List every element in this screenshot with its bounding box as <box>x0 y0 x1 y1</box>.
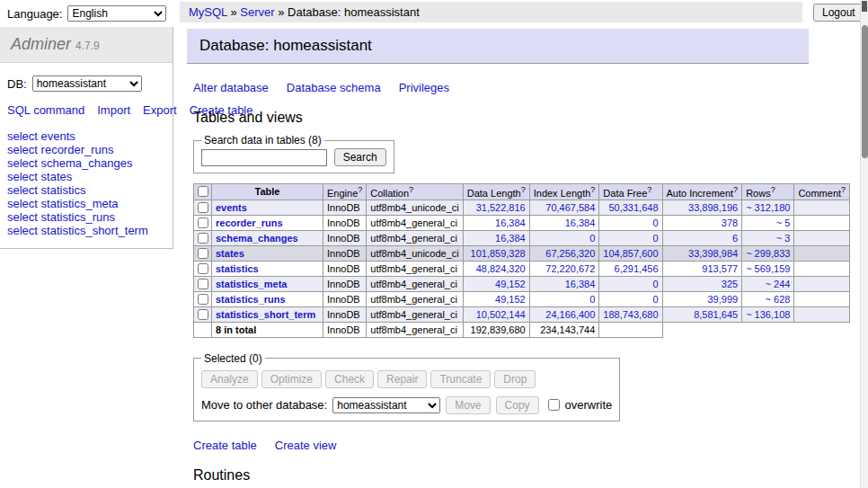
table-link[interactable]: statistics_meta <box>216 279 288 289</box>
table-link[interactable]: statistics_short_term <box>216 309 315 320</box>
table-link[interactable]: statistics_runs <box>216 294 286 305</box>
column-header-comment[interactable]: Comment? <box>794 184 850 200</box>
rows-link[interactable]: ~ 136,108 <box>746 309 790 320</box>
help-icon[interactable]: ? <box>409 185 413 194</box>
data-free-link[interactable]: 0 <box>652 294 658 305</box>
search-button[interactable]: Search <box>334 148 386 166</box>
sidebar-table-link[interactable]: select statistics_runs <box>7 210 165 224</box>
auto-increment-link[interactable]: 913,577 <box>702 263 738 274</box>
help-icon[interactable]: ? <box>358 185 362 194</box>
data-free-link[interactable]: 0 <box>652 279 658 289</box>
row-checkbox[interactable] <box>198 202 208 213</box>
data-length-link[interactable]: 16,384 <box>495 217 526 228</box>
row-checkbox[interactable] <box>198 263 208 274</box>
move-button[interactable]: Move <box>446 396 490 414</box>
bulk-truncate-button[interactable]: Truncate <box>430 370 491 388</box>
row-checkbox[interactable] <box>198 248 208 259</box>
column-header-rows[interactable]: Rows? <box>742 184 794 200</box>
logout-button[interactable]: Logout <box>813 4 864 22</box>
sidebar-table-link[interactable]: select schema_changes <box>7 156 165 170</box>
rows-link[interactable]: ~ 244 <box>766 279 791 289</box>
overwrite-checkbox[interactable] <box>548 399 560 411</box>
data-length-link[interactable]: 31,522,816 <box>476 202 526 213</box>
copy-button[interactable]: Copy <box>496 396 539 414</box>
sidebar-action-link[interactable]: SQL command <box>7 103 84 117</box>
index-length-link[interactable]: 16,384 <box>565 279 596 289</box>
help-icon[interactable]: ? <box>590 185 595 194</box>
db-nav-link[interactable]: Alter database <box>193 81 269 94</box>
data-length-link[interactable]: 10,502,144 <box>476 309 526 320</box>
breadcrumb-link[interactable]: Server <box>240 5 274 19</box>
column-header-table[interactable]: Table <box>212 184 323 200</box>
rows-link[interactable]: ~ 5 <box>776 217 791 228</box>
column-header-data-free[interactable]: Data Free? <box>599 184 662 200</box>
select-all-checkbox[interactable] <box>198 186 208 197</box>
index-length-link[interactable]: 0 <box>589 294 595 305</box>
sidebar-table-link[interactable]: select events <box>7 129 165 143</box>
sidebar-table-link[interactable]: select states <box>7 170 165 183</box>
row-checkbox[interactable] <box>198 309 208 320</box>
db-select[interactable]: homeassistant <box>32 75 142 92</box>
create-link[interactable]: Create table <box>193 439 257 452</box>
data-free-link[interactable]: 50,331,648 <box>608 202 658 213</box>
auto-increment-link[interactable]: 6 <box>732 233 738 244</box>
table-link[interactable]: events <box>216 202 247 213</box>
db-nav-link[interactable]: Database schema <box>287 81 381 94</box>
data-free-link[interactable]: 0 <box>652 217 658 228</box>
auto-increment-link[interactable]: 325 <box>722 279 738 289</box>
table-link[interactable]: states <box>216 248 244 259</box>
index-length-link[interactable]: 0 <box>589 233 595 244</box>
data-length-link[interactable]: 48,824,320 <box>476 263 526 274</box>
sidebar-table-link[interactable]: select statistics_short_term <box>7 224 165 237</box>
sidebar-table-link[interactable]: select recorder_runs <box>7 143 165 156</box>
data-free-link[interactable]: 0 <box>652 233 658 244</box>
index-length-link[interactable]: 16,384 <box>565 217 596 228</box>
rows-link[interactable]: ~ 628 <box>766 294 791 305</box>
rows-link[interactable]: ~ 569,159 <box>746 263 790 274</box>
auto-increment-link[interactable]: 33,898,196 <box>688 202 738 213</box>
create-link[interactable]: Create view <box>275 439 337 452</box>
row-checkbox[interactable] <box>198 279 208 289</box>
scrollbar[interactable] <box>860 0 868 488</box>
scroll-up-button[interactable] <box>862 1 867 12</box>
bulk-check-button[interactable]: Check <box>325 370 374 388</box>
column-header-collation[interactable]: Collation? <box>367 184 463 200</box>
help-icon[interactable]: ? <box>521 185 526 194</box>
data-length-link[interactable]: 49,152 <box>495 294 526 305</box>
sidebar-table-link[interactable]: select statistics <box>7 183 165 197</box>
help-icon[interactable]: ? <box>647 185 651 194</box>
auto-increment-link[interactable]: 378 <box>722 217 738 228</box>
rows-link[interactable]: ~ 299,833 <box>746 248 790 259</box>
breadcrumb-link[interactable]: MySQL <box>189 5 227 19</box>
index-length-link[interactable]: 67,256,320 <box>545 248 595 259</box>
table-link[interactable]: schema_changes <box>216 233 298 244</box>
auto-increment-link[interactable]: 39,999 <box>707 294 738 305</box>
help-icon[interactable]: ? <box>841 185 846 194</box>
language-select[interactable]: English <box>67 5 166 22</box>
data-free-link[interactable]: 104,857,600 <box>603 248 658 259</box>
overwrite-label-wrap[interactable]: overwrite <box>545 396 613 413</box>
data-free-link[interactable]: 188,743,680 <box>603 309 658 320</box>
column-header-index-length[interactable]: Index Length? <box>529 184 599 200</box>
help-icon[interactable]: ? <box>733 185 738 194</box>
data-length-link[interactable]: 49,152 <box>495 279 526 289</box>
index-length-link[interactable]: 72,220,672 <box>545 263 595 274</box>
bulk-analyze-button[interactable]: Analyze <box>201 370 258 388</box>
auto-increment-link[interactable]: 8,581,645 <box>694 309 738 320</box>
scrollbar-thumb[interactable] <box>862 25 868 158</box>
table-link[interactable]: statistics <box>216 263 259 274</box>
column-header-data-length[interactable]: Data Length? <box>463 184 529 200</box>
table-link[interactable]: recorder_runs <box>216 217 283 228</box>
bulk-drop-button[interactable]: Drop <box>494 370 536 388</box>
help-icon[interactable]: ? <box>771 185 775 194</box>
move-db-select[interactable]: homeassistant <box>332 397 440 413</box>
rows-link[interactable]: ~ 312,180 <box>746 202 790 213</box>
app-name[interactable]: Adminer <box>11 35 71 53</box>
column-header-auto-increment[interactable]: Auto Increment? <box>662 184 742 200</box>
db-nav-link[interactable]: Privileges <box>399 81 449 94</box>
data-length-link[interactable]: 101,859,328 <box>471 248 526 259</box>
sidebar-table-link[interactable]: select statistics_meta <box>7 197 165 210</box>
row-checkbox[interactable] <box>198 294 208 305</box>
sidebar-action-link[interactable]: Import <box>97 103 130 117</box>
rows-link[interactable]: ~ 3 <box>776 233 791 244</box>
